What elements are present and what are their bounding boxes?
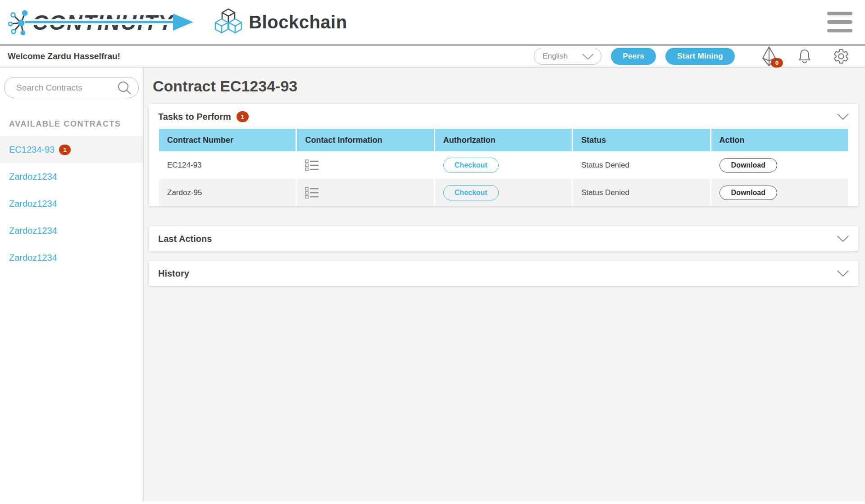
- last-actions-title: Last Actions: [158, 234, 212, 244]
- blockchain-wordmark: Blockchain: [249, 12, 347, 32]
- download-button[interactable]: Download: [719, 186, 777, 200]
- welcome-bar-icons: 0: [761, 46, 850, 67]
- column-header-action: Action: [711, 129, 848, 151]
- table-row: EC124-93 Checkout: [159, 151, 848, 179]
- chevron-down-icon[interactable]: [837, 114, 849, 120]
- bell-icon: [797, 48, 812, 64]
- chevron-down-icon[interactable]: [837, 270, 849, 277]
- tasks-panel-title: Tasks to Perform: [158, 112, 231, 122]
- tasks-table: Contract Number Contact Information Auth…: [159, 129, 848, 206]
- contact-information-cell: [297, 179, 433, 206]
- notifications-button[interactable]: [797, 48, 812, 64]
- logo-arrowhead: [173, 14, 193, 31]
- action-cell: Download: [711, 179, 848, 206]
- contract-link: Zardoz1234: [9, 253, 57, 263]
- welcome-bar-controls: English Peers Start Mining 0: [534, 46, 850, 67]
- checkout-button[interactable]: Checkout: [443, 185, 499, 200]
- blockchain-cubes-icon: [214, 8, 243, 36]
- authorization-cell: Checkout: [435, 179, 572, 206]
- table-row: Zardoz-95 Checkout: [159, 179, 848, 206]
- status-cell: Status Denied: [573, 179, 710, 206]
- peers-button[interactable]: Peers: [611, 48, 656, 65]
- list-icon[interactable]: [305, 186, 319, 199]
- contact-information-cell: [297, 151, 433, 179]
- hamburger-icon[interactable]: [825, 10, 854, 34]
- settings-button[interactable]: [833, 48, 850, 65]
- action-cell: Download: [711, 151, 848, 179]
- last-actions-panel[interactable]: Last Actions: [149, 226, 858, 251]
- history-panel[interactable]: History: [149, 261, 858, 286]
- contract-link: Zardoz1234: [9, 199, 57, 209]
- contract-link: EC1234-93: [9, 145, 55, 155]
- column-header-contact-information: Contact Information: [297, 129, 433, 151]
- top-header: CONTINUITY Blockchain: [0, 0, 865, 46]
- table-header-row: Contract Number Contact Information Auth…: [159, 129, 848, 151]
- column-header-authorization: Authorization: [435, 129, 572, 151]
- main-panel: Contract EC1234-93 Tasks to Perform 1 Co…: [144, 68, 865, 501]
- history-title: History: [158, 268, 189, 279]
- column-header-contract-number: Contract Number: [159, 129, 296, 151]
- tasks-count-badge: 1: [237, 111, 249, 122]
- sidebar-item-contract[interactable]: Zardoz1234: [0, 163, 143, 190]
- sidebar-item-contract[interactable]: Zardoz1234: [0, 244, 143, 271]
- mining-status-button[interactable]: 0: [761, 46, 777, 67]
- checkout-button[interactable]: Checkout: [443, 158, 499, 173]
- contract-number-cell: Zardoz-95: [159, 179, 296, 206]
- search-field-wrap: [4, 77, 139, 98]
- greeting-text: Welcome Zardu Hasselfrau!: [8, 51, 120, 61]
- sidebar-item-contract[interactable]: Zardoz1234: [0, 190, 143, 217]
- list-icon[interactable]: [305, 159, 319, 172]
- welcome-bar: Welcome Zardu Hasselfrau! English Peers …: [0, 46, 865, 68]
- page-title: Contract EC1234-93: [153, 77, 858, 95]
- contract-number-cell: EC124-93: [159, 151, 296, 179]
- sidebar: AVAILABLE CONTRACTS EC1234-93 1 Zardoz12…: [0, 68, 144, 501]
- search-icon[interactable]: [117, 81, 132, 95]
- status-cell: Status Denied: [573, 151, 710, 179]
- blockchain-logo: Blockchain: [214, 8, 347, 36]
- download-button[interactable]: Download: [719, 158, 777, 173]
- available-contracts-heading: AVAILABLE CONTRACTS: [9, 119, 143, 129]
- content-area: AVAILABLE CONTRACTS EC1234-93 1 Zardoz12…: [0, 68, 865, 501]
- continuity-logo: CONTINUITY: [8, 4, 171, 40]
- chevron-down-icon: [582, 54, 594, 59]
- tasks-panel: Tasks to Perform 1 Contract Number Conta…: [149, 104, 858, 206]
- authorization-cell: Checkout: [435, 151, 572, 179]
- start-mining-button[interactable]: Start Mining: [665, 48, 735, 65]
- language-selected-value: English: [542, 52, 568, 61]
- gear-icon: [833, 48, 850, 65]
- contract-link: Zardoz1234: [9, 172, 57, 182]
- contract-link: Zardoz1234: [9, 226, 57, 236]
- mining-count-badge: 0: [771, 58, 783, 68]
- language-selector[interactable]: English: [534, 48, 601, 65]
- chevron-down-icon[interactable]: [837, 236, 849, 242]
- logo-arrow-shaft: [25, 21, 173, 23]
- sidebar-item-contract[interactable]: EC1234-93 1: [0, 136, 143, 163]
- column-header-status: Status: [573, 129, 710, 151]
- sidebar-item-contract[interactable]: Zardoz1234: [0, 217, 143, 244]
- contract-task-badge: 1: [59, 145, 71, 155]
- tasks-panel-header[interactable]: Tasks to Perform 1: [149, 104, 858, 129]
